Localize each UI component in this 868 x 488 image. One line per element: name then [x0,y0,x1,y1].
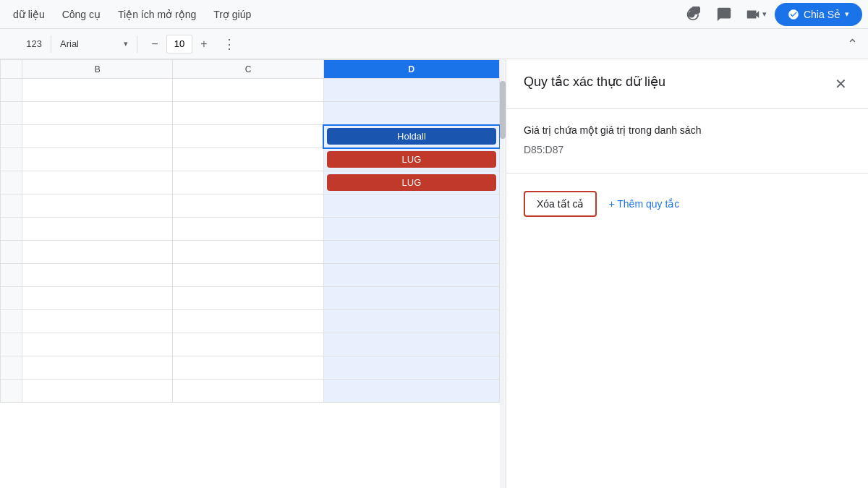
cell-b2[interactable] [22,102,173,125]
divider [51,35,51,53]
cell-ref: 123 [6,38,42,49]
menu-congcu[interactable]: Công cụ [55,4,108,25]
cell-c10[interactable] [173,287,323,310]
history-icon[interactable] [679,1,705,27]
cell-b1[interactable] [22,79,173,102]
scrollbar[interactable] [500,59,506,488]
cell-b3[interactable] [22,125,173,148]
row-header [1,333,22,356]
scrollbar-thumb[interactable] [500,81,506,139]
cell-d-holdall[interactable]: Holdall [323,125,499,148]
rule-label: Giá trị chứa một giá trị trong danh sách [524,124,851,138]
row-header [1,194,22,218]
font-size-input[interactable] [166,35,192,53]
panel-divider [506,108,868,109]
row-header [1,79,22,102]
rule-range: D85:D87 [524,144,851,155]
table-row: LUG [1,171,506,194]
cell-d10[interactable] [323,287,499,310]
cell-d-lug1[interactable]: LUG [323,148,499,171]
add-rule-button[interactable]: + Thêm quy tắc [608,198,679,210]
spreadsheet: B C D [0,59,506,488]
cell-b11[interactable] [22,310,173,333]
row-header [1,148,22,171]
row-header [1,125,22,148]
panel-title: Quy tắc xác thực dữ liệu [524,74,665,90]
cell-b4[interactable] [22,148,173,171]
table-row [1,380,506,403]
cell-d9[interactable] [323,264,499,287]
more-options-icon[interactable]: ⋮ [218,36,240,52]
table-row [1,218,506,241]
cell-b12[interactable] [22,333,173,356]
table-row [1,194,506,218]
cell-b6[interactable] [22,194,173,218]
cell-d8[interactable] [323,241,499,264]
close-panel-button[interactable]: ✕ [830,74,851,94]
table-row [1,241,506,264]
cell-c11[interactable] [173,310,323,333]
row-header [1,287,22,310]
panel-divider2 [506,173,868,174]
cell-d13[interactable] [323,356,499,380]
table-row [1,102,506,125]
cell-c1[interactable] [173,79,323,102]
cell-d1[interactable] [323,79,499,102]
row-header [1,102,22,125]
cell-c9[interactable] [173,264,323,287]
menu-dulieu[interactable]: dữ liệu [6,4,52,25]
cell-d2[interactable] [323,102,499,125]
cell-b5[interactable] [22,171,173,194]
panel-header: Quy tắc xác thực dữ liệu ✕ [524,74,851,94]
menu-tienich[interactable]: Tiện ích mở rộng [111,4,203,25]
cell-b8[interactable] [22,241,173,264]
chip-holdall[interactable]: Holdall [327,128,495,145]
col-header-b[interactable]: B [22,60,173,79]
collapse-icon[interactable]: ⌃ [843,36,862,52]
formula-bar: 123 Arial ▾ − + ⋮ ⌃ [0,29,868,59]
cell-b10[interactable] [22,287,173,310]
font-size-increase[interactable]: + [195,35,213,53]
row-num-header [1,60,22,79]
cell-c13[interactable] [173,356,323,380]
cell-d11[interactable] [323,310,499,333]
col-header-c[interactable]: C [173,60,323,79]
comment-icon[interactable] [711,1,737,27]
cell-c3[interactable] [173,125,323,148]
font-size-controls: − + [146,35,213,53]
rule-section: Giá trị chứa một giá trị trong danh sách… [524,124,851,217]
cell-c2[interactable] [173,102,323,125]
cell-c6[interactable] [173,194,323,218]
menu-bar: dữ liệu Công cụ Tiện ích mở rộng Trợ giú… [0,0,868,29]
chip-lug1[interactable]: LUG [327,151,496,168]
cell-d7[interactable] [323,218,499,241]
row-header [1,241,22,264]
cell-c7[interactable] [173,218,323,241]
menu-trogiup[interactable]: Trợ giúp [206,4,258,25]
cell-c12[interactable] [173,333,323,356]
cell-d-lug2[interactable]: LUG [323,171,499,194]
font-name: Arial [60,38,118,49]
cell-c4[interactable] [173,148,323,171]
clear-all-button[interactable]: Xóa tất cả [524,191,597,217]
cell-b13[interactable] [22,356,173,380]
cell-d14[interactable] [323,380,499,403]
table-row [1,310,506,333]
cell-b14[interactable] [22,380,173,403]
chip-lug2[interactable]: LUG [327,174,496,191]
cell-c8[interactable] [173,241,323,264]
col-header-d[interactable]: D [323,60,499,79]
cell-c14[interactable] [173,380,323,403]
cell-b7[interactable] [22,218,173,241]
font-size-decrease[interactable]: − [146,35,163,53]
sheet-table: B C D [0,59,506,403]
row-header [1,171,22,194]
cell-d6[interactable] [323,194,499,218]
share-button[interactable]: Chia Sẻ ▾ [775,3,862,26]
cell-c5[interactable] [173,171,323,194]
video-icon[interactable]: ▾ [743,1,769,27]
main-area: B C D [0,59,868,488]
cell-b9[interactable] [22,264,173,287]
font-dropdown-arrow[interactable]: ▾ [124,39,128,48]
cell-d12[interactable] [323,333,499,356]
